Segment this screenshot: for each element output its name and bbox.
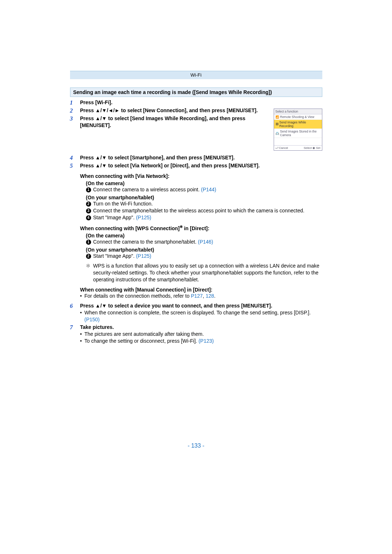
ok-icon: ◉	[313, 146, 315, 150]
manual-block: When connecting with [Manual Connection]…	[80, 287, 322, 300]
step-number: 2	[70, 107, 80, 114]
asterisk-icon: ✻	[86, 262, 93, 283]
list-item: 4 Start "Image App". (P125)	[86, 214, 322, 221]
step-circle-icon: 1	[86, 187, 91, 192]
list-item: •The pictures are sent automatically aft…	[80, 331, 322, 338]
updown-arrows-icon: ▲/▼	[95, 303, 107, 309]
section-header: Wi-Fi	[70, 71, 322, 80]
sub-heading: When connecting with [WPS Connection]✻ i…	[80, 225, 322, 231]
page-link[interactable]: (P150)	[85, 317, 100, 322]
list-item: 2 Start "Image App". (P125)	[86, 253, 322, 260]
page-link[interactable]: (P123)	[199, 338, 214, 344]
list-item: 3 Connect the smartphone/tablet to the w…	[86, 207, 322, 214]
page-link[interactable]: (P125)	[136, 253, 151, 259]
step-circle-icon: 4	[86, 215, 91, 220]
via-network-block: When connecting with [Via Network]: (On …	[80, 173, 322, 221]
sub-heading: When connecting with [Manual Connection]…	[80, 287, 322, 293]
sub-sub-heading: (On the camera)	[86, 233, 322, 239]
step-number: 7	[70, 324, 80, 331]
step-5: 5 Press ▲/▼ to select [Via Network] or […	[70, 162, 322, 170]
list-item: • When the connection is complete, the s…	[80, 309, 322, 323]
image-icon: 🖼	[275, 123, 278, 126]
step-number: 1	[70, 99, 80, 106]
step-circle-icon: 2	[86, 254, 91, 259]
step-text: Press ▲/▼ to select a device you want to…	[80, 302, 322, 323]
sub-sub-heading: (On your smartphone/tablet)	[86, 247, 322, 253]
wps-block: When connecting with [WPS Connection]✻ i…	[80, 225, 322, 283]
step-7: 7 Take pictures. •The pictures are sent …	[70, 324, 322, 345]
sub-sub-heading: (On your smartphone/tablet)	[86, 195, 322, 200]
updown-arrows-icon: ▲/▼	[95, 155, 107, 160]
sd-icon: 📇	[275, 132, 279, 135]
page-link[interactable]: (P146)	[198, 239, 213, 245]
cam-item-remote: 📶Remote Shooting & View	[274, 114, 322, 120]
step-number: 4	[70, 154, 80, 162]
list-item: 1 Connect the camera to the smartphone/t…	[86, 239, 322, 245]
page: Wi-Fi Sending an image each time a recor…	[70, 71, 322, 449]
cam-item-send-while-recording: 🖼Send Images While Recording	[274, 120, 322, 129]
updown-arrows-icon: ▲/▼	[95, 115, 107, 121]
step-6: 6 Press ▲/▼ to select a device you want …	[70, 302, 322, 323]
cam-title: Select a function	[274, 109, 322, 114]
updown-arrows-icon: ▲/▼	[95, 163, 107, 168]
cam-footer: ⮐ Cancel Select ◉ Set	[274, 145, 322, 150]
asterisk-icon: ✻	[180, 225, 183, 229]
step-circle-icon: 1	[86, 240, 91, 245]
step-4: 4 Press ▲/▼ to select [Smartphone], and …	[70, 154, 322, 162]
step-text: Take pictures. •The pictures are sent au…	[80, 324, 322, 345]
step-1: 1 Press [Wi-Fi].	[70, 99, 322, 106]
step-circle-icon: 3	[86, 208, 91, 213]
page-number: - 133 -	[70, 443, 322, 449]
step-number: 5	[70, 162, 80, 170]
topic-title: Sending an image each time a recording i…	[70, 87, 322, 97]
list-item: •To change the setting or disconnect, pr…	[80, 338, 322, 345]
page-link[interactable]: P127	[191, 293, 203, 299]
footnote: ✻ WPS is a function that allows you to e…	[86, 262, 322, 283]
list-item: 2 Turn on the Wi-Fi function.	[86, 200, 322, 207]
back-icon: ⮐	[275, 146, 278, 150]
sub-heading: When connecting with [Via Network]:	[80, 173, 322, 179]
list-item: • For details on the connection methods,…	[80, 293, 322, 300]
wifi-icon: 📶	[275, 115, 279, 119]
sub-sub-heading: (On the camera)	[86, 180, 322, 186]
step-text: Press ▲/▼ to select [Smartphone], and th…	[80, 154, 322, 161]
step-text: Press [Wi-Fi].	[80, 99, 322, 106]
step-number: 6	[70, 302, 80, 310]
cam-item-send-stored: 📇Send Images Stored in the Camera	[274, 129, 322, 138]
step-number: 3	[70, 115, 80, 122]
dpad-arrows-icon: ▲/▼/◄/►	[95, 107, 120, 113]
page-link[interactable]: 128	[205, 293, 214, 299]
list-item: 1 Connect the camera to a wireless acces…	[86, 186, 322, 193]
page-link[interactable]: (P144)	[201, 187, 216, 192]
camera-screen-illustration: Select a function 📶Remote Shooting & Vie…	[274, 109, 322, 151]
page-link[interactable]: (P125)	[136, 215, 151, 220]
step-text: Press ▲/▼ to select [Via Network] or [Di…	[80, 162, 322, 169]
step-circle-icon: 2	[86, 201, 91, 207]
